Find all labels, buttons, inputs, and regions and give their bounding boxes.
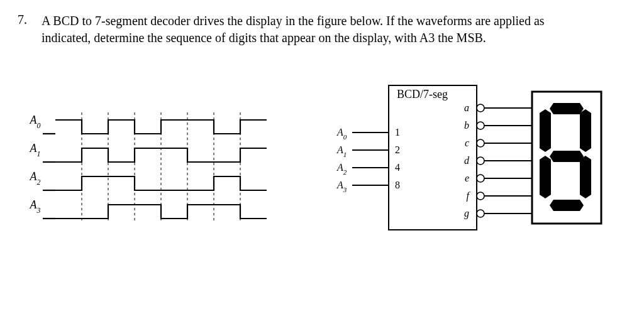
svg-text:A0: A0 (336, 127, 347, 141)
svg-text:1: 1 (395, 127, 400, 138)
question-text: A BCD to 7-segment decoder drives the di… (42, 13, 582, 46)
svg-text:c: c (465, 138, 469, 148)
svg-text:-: - (21, 101, 25, 104)
decoder-block (389, 85, 477, 230)
svg-marker-53 (540, 156, 551, 198)
svg-marker-50 (580, 109, 591, 152)
svg-point-31 (477, 122, 484, 129)
svg-text:e: e (465, 173, 469, 183)
svg-text:A3: A3 (336, 180, 347, 193)
svg-marker-52 (550, 200, 584, 211)
svg-text:a: a (464, 102, 469, 113)
svg-text:A2: A2 (30, 170, 41, 187)
svg-point-28 (477, 104, 484, 112)
svg-marker-49 (550, 103, 584, 114)
svg-marker-54 (540, 109, 551, 152)
svg-point-40 (477, 175, 484, 182)
svg-marker-51 (580, 156, 591, 198)
svg-point-37 (477, 157, 484, 165)
svg-text:g: g (464, 208, 469, 219)
svg-text:2: 2 (395, 144, 400, 155)
svg-text:8: 8 (395, 180, 400, 190)
svg-point-46 (477, 210, 484, 217)
svg-text:A0: A0 (30, 114, 41, 130)
svg-text:A1: A1 (336, 144, 347, 158)
svg-point-43 (477, 192, 484, 200)
svg-text:4: 4 (395, 162, 400, 173)
svg-text:A1: A1 (30, 142, 41, 158)
question-number: 7. (18, 13, 35, 27)
block-diagram: BCD/7-seg A01A12A24A38 abcdefg (307, 79, 609, 261)
timing-waveforms: A0A1A2A3 - (18, 101, 282, 239)
decoder-label: BCD/7-seg (397, 88, 448, 100)
svg-text:A2: A2 (336, 162, 347, 176)
svg-text:b: b (464, 120, 469, 131)
svg-text:d: d (464, 155, 470, 166)
svg-point-34 (477, 139, 484, 147)
svg-text:A3: A3 (30, 198, 41, 215)
svg-marker-55 (550, 151, 584, 162)
